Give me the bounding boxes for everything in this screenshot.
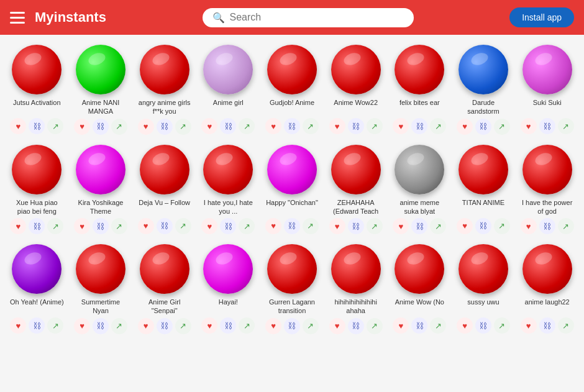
copy-link-button[interactable]: ⛓ <box>93 119 109 135</box>
play-button[interactable] <box>267 45 317 94</box>
share-button[interactable]: ↗ <box>111 119 127 135</box>
favorite-button[interactable]: ♥ <box>393 317 409 334</box>
play-button[interactable] <box>76 45 125 94</box>
copy-link-button[interactable]: ⛓ <box>220 317 236 334</box>
play-button[interactable] <box>459 244 508 294</box>
copy-link-button[interactable]: ⛓ <box>157 218 173 234</box>
share-button[interactable]: ↗ <box>558 317 574 334</box>
search-input[interactable] <box>230 12 404 23</box>
favorite-button[interactable]: ♥ <box>265 218 281 234</box>
copy-link-button[interactable]: ⛓ <box>475 119 491 135</box>
play-button[interactable] <box>76 145 125 194</box>
share-button[interactable]: ↗ <box>47 218 63 234</box>
copy-link-button[interactable]: ⛓ <box>348 218 364 234</box>
play-button[interactable] <box>331 244 381 294</box>
copy-link-button[interactable]: ⛓ <box>284 218 300 234</box>
play-button[interactable] <box>203 145 253 194</box>
favorite-button[interactable]: ♥ <box>265 318 281 334</box>
play-button[interactable] <box>267 244 317 294</box>
copy-link-button[interactable]: ⛓ <box>29 317 45 334</box>
copy-link-button[interactable]: ⛓ <box>348 318 364 334</box>
share-button[interactable]: ↗ <box>430 218 446 234</box>
share-button[interactable]: ↗ <box>239 218 255 234</box>
favorite-button[interactable]: ♥ <box>457 218 473 234</box>
favorite-button[interactable]: ♥ <box>201 317 217 334</box>
share-button[interactable]: ↗ <box>558 218 574 234</box>
hamburger-menu[interactable] <box>10 12 25 24</box>
share-button[interactable]: ↗ <box>558 118 574 134</box>
share-button[interactable]: ↗ <box>494 317 510 334</box>
install-app-button[interactable]: Install app <box>509 7 574 27</box>
share-button[interactable]: ↗ <box>111 318 127 334</box>
copy-link-button[interactable]: ⛓ <box>475 317 491 334</box>
share-button[interactable]: ↗ <box>303 218 319 234</box>
share-button[interactable]: ↗ <box>111 218 127 234</box>
favorite-button[interactable]: ♥ <box>74 218 90 234</box>
copy-link-button[interactable]: ⛓ <box>539 218 555 234</box>
play-button[interactable] <box>12 244 62 294</box>
copy-link-button[interactable]: ⛓ <box>93 318 109 334</box>
favorite-button[interactable]: ♥ <box>393 118 409 134</box>
copy-link-button[interactable]: ⛓ <box>29 218 45 234</box>
play-button[interactable] <box>395 145 444 194</box>
share-button[interactable]: ↗ <box>430 317 446 334</box>
copy-link-button[interactable]: ⛓ <box>348 118 364 134</box>
copy-link-button[interactable]: ⛓ <box>93 218 109 234</box>
play-button[interactable] <box>203 244 253 294</box>
copy-link-button[interactable]: ⛓ <box>29 118 45 134</box>
play-button[interactable] <box>76 244 125 294</box>
favorite-button[interactable]: ♥ <box>10 118 26 134</box>
play-button[interactable] <box>459 145 508 194</box>
play-button[interactable] <box>395 45 444 94</box>
share-button[interactable]: ↗ <box>239 317 255 334</box>
play-button[interactable] <box>140 244 189 294</box>
play-button[interactable] <box>267 145 317 194</box>
play-button[interactable] <box>140 145 189 194</box>
copy-link-button[interactable]: ⛓ <box>411 218 427 234</box>
favorite-button[interactable]: ♥ <box>457 119 473 135</box>
copy-link-button[interactable]: ⛓ <box>284 118 300 134</box>
play-button[interactable] <box>12 45 62 94</box>
share-button[interactable]: ↗ <box>175 318 191 334</box>
favorite-button[interactable]: ♥ <box>329 318 345 334</box>
copy-link-button[interactable]: ⛓ <box>157 119 173 135</box>
share-button[interactable]: ↗ <box>47 118 63 134</box>
share-button[interactable]: ↗ <box>494 218 510 234</box>
play-button[interactable] <box>522 45 572 94</box>
share-button[interactable]: ↗ <box>303 318 319 334</box>
favorite-button[interactable]: ♥ <box>138 318 154 334</box>
copy-link-button[interactable]: ⛓ <box>539 317 555 334</box>
share-button[interactable]: ↗ <box>430 118 446 134</box>
favorite-button[interactable]: ♥ <box>521 118 537 134</box>
play-button[interactable] <box>522 145 572 194</box>
share-button[interactable]: ↗ <box>175 218 191 234</box>
copy-link-button[interactable]: ⛓ <box>411 317 427 334</box>
copy-link-button[interactable]: ⛓ <box>475 218 491 234</box>
copy-link-button[interactable]: ⛓ <box>284 318 300 334</box>
favorite-button[interactable]: ♥ <box>10 317 26 334</box>
share-button[interactable]: ↗ <box>367 218 383 234</box>
play-button[interactable] <box>331 45 381 94</box>
favorite-button[interactable]: ♥ <box>265 118 281 134</box>
favorite-button[interactable]: ♥ <box>329 218 345 234</box>
copy-link-button[interactable]: ⛓ <box>539 118 555 134</box>
play-button[interactable] <box>459 45 508 94</box>
favorite-button[interactable]: ♥ <box>457 317 473 334</box>
copy-link-button[interactable]: ⛓ <box>411 118 427 134</box>
favorite-button[interactable]: ♥ <box>201 218 217 234</box>
favorite-button[interactable]: ♥ <box>521 317 537 334</box>
share-button[interactable]: ↗ <box>303 118 319 134</box>
favorite-button[interactable]: ♥ <box>201 118 217 134</box>
copy-link-button[interactable]: ⛓ <box>220 218 236 234</box>
share-button[interactable]: ↗ <box>175 119 191 135</box>
play-button[interactable] <box>12 145 62 194</box>
share-button[interactable]: ↗ <box>47 317 63 334</box>
play-button[interactable] <box>522 244 572 294</box>
favorite-button[interactable]: ♥ <box>74 318 90 334</box>
favorite-button[interactable]: ♥ <box>521 218 537 234</box>
play-button[interactable] <box>203 45 253 94</box>
favorite-button[interactable]: ♥ <box>138 119 154 135</box>
copy-link-button[interactable]: ⛓ <box>220 118 236 134</box>
share-button[interactable]: ↗ <box>239 118 255 134</box>
favorite-button[interactable]: ♥ <box>10 218 26 234</box>
